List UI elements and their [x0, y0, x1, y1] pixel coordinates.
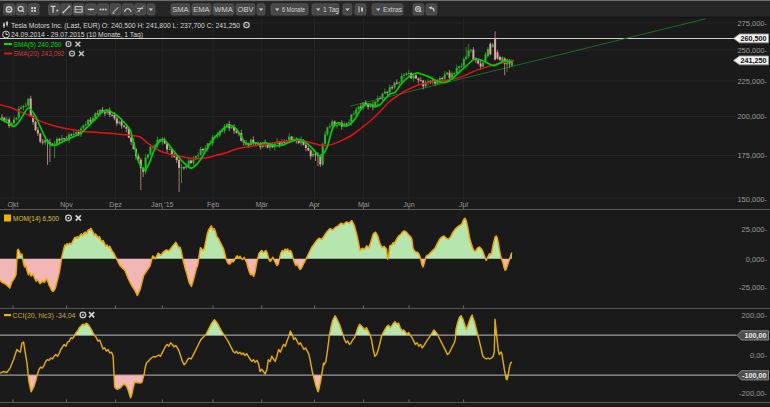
svg-text:SMA(5) 240,260: SMA(5) 240,260 — [14, 41, 62, 49]
svg-text:0,00-: 0,00- — [750, 351, 768, 360]
svg-text:Nov: Nov — [60, 201, 73, 208]
svg-text:0,000-: 0,000- — [746, 255, 768, 264]
svg-text:100,00: 100,00 — [745, 331, 767, 340]
svg-text:200,000-: 200,000- — [737, 112, 767, 121]
svg-text:CCI(20, hlc3) -34,04: CCI(20, hlc3) -34,04 — [13, 312, 76, 320]
svg-text:SMA: SMA — [172, 5, 188, 14]
svg-text:24.09.2014 - 29.07.2015 (10 Mo: 24.09.2014 - 29.07.2015 (10 Monate, 1 Ta… — [11, 30, 143, 39]
svg-text:Apr: Apr — [309, 201, 321, 209]
svg-text:Jan '15: Jan '15 — [151, 201, 173, 208]
svg-text:Tesla Motors Inc. (Last, EUR): Tesla Motors Inc. (Last, EUR) O: 240,500… — [11, 21, 240, 30]
svg-text:275,000-: 275,000- — [737, 19, 767, 28]
svg-text:Feb: Feb — [207, 201, 219, 208]
svg-text:WMA: WMA — [214, 5, 232, 14]
svg-text:Jul: Jul — [459, 201, 468, 208]
svg-text:25,000-: 25,000- — [742, 225, 768, 234]
svg-text:Jun: Jun — [403, 201, 414, 208]
svg-text:175,000-: 175,000- — [737, 151, 767, 160]
svg-text:200,00-: 200,00- — [742, 311, 768, 320]
svg-text:OBV: OBV — [238, 5, 254, 14]
svg-text:6 Monate: 6 Monate — [282, 6, 305, 13]
svg-text:Mai: Mai — [358, 201, 370, 208]
svg-text:Dez: Dez — [109, 201, 122, 208]
svg-text:260,500: 260,500 — [741, 34, 767, 43]
svg-text:-200,00-: -200,00- — [739, 389, 767, 398]
svg-text:Extras: Extras — [383, 6, 402, 13]
svg-text:Mär: Mär — [256, 201, 269, 208]
svg-text:Okt: Okt — [8, 201, 19, 208]
svg-text:MOM(14) 6,500: MOM(14) 6,500 — [13, 215, 59, 223]
svg-text:-25,000-: -25,000- — [739, 283, 767, 292]
svg-text:250,000-: 250,000- — [737, 46, 767, 55]
svg-text:1 Tag: 1 Tag — [323, 6, 339, 14]
svg-text:-100,00: -100,00 — [742, 371, 766, 380]
svg-text:SMA(20) 243,092: SMA(20) 243,092 — [14, 50, 65, 58]
svg-text:150,000-: 150,000- — [737, 195, 767, 204]
svg-text:225,000-: 225,000- — [737, 77, 767, 86]
svg-text:241,250: 241,250 — [741, 56, 767, 65]
svg-text:EMA: EMA — [193, 5, 209, 14]
